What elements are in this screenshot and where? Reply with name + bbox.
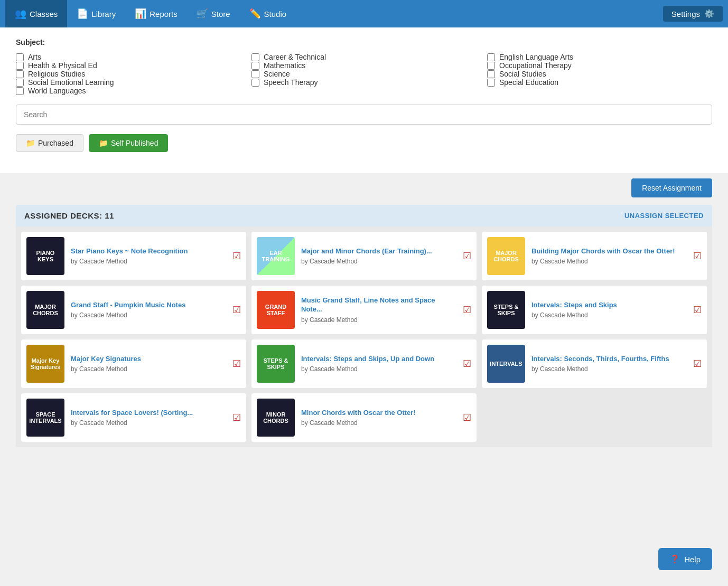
deck-grid: PIANO KEYS Star Piano Keys ~ Note Recogn… <box>16 226 712 447</box>
subject-social-emotional[interactable]: Social Emotional Learning <box>16 78 241 87</box>
deck-card[interactable]: STEPS & SKIPS Intervals: Steps and Skips… <box>482 286 707 334</box>
deck-check-icon[interactable]: ☑ <box>463 304 471 316</box>
deck-card[interactable]: MAJOR CHORDS Building Major Chords with … <box>482 232 707 280</box>
deck-card[interactable]: INTERVALS Intervals: Seconds, Thirds, Fo… <box>482 339 707 388</box>
search-input[interactable] <box>16 105 712 125</box>
subject-speech-label: Speech Therapy <box>264 78 318 87</box>
subject-math-checkbox[interactable] <box>251 62 259 70</box>
deck-info: Major and Minor Chords (Ear Training)...… <box>301 247 456 266</box>
deck-info: Major Key Signatures by Cascade Method <box>71 355 226 373</box>
deck-card[interactable]: PIANO KEYS Star Piano Keys ~ Note Recogn… <box>21 232 246 280</box>
deck-author: by Cascade Method <box>301 419 456 427</box>
subject-career-label: Career & Technical <box>264 53 326 61</box>
subject-health-checkbox[interactable] <box>16 62 24 70</box>
subject-math[interactable]: Mathematics <box>251 61 477 70</box>
deck-thumbnail: MAJOR CHORDS <box>26 291 64 329</box>
deck-title: Major and Minor Chords (Ear Training)... <box>301 247 456 256</box>
subject-religious-checkbox[interactable] <box>16 70 24 78</box>
deck-check-icon[interactable]: ☑ <box>463 412 471 423</box>
deck-title: Intervals for Space Lovers! (Sorting... <box>71 409 226 418</box>
deck-card[interactable]: SPACE INTERVALS Intervals for Space Love… <box>21 393 246 442</box>
deck-author: by Cascade Method <box>531 365 687 373</box>
subject-special-ed-label: Special Education <box>499 78 558 87</box>
subject-social-studies[interactable]: Social Studies <box>487 70 712 78</box>
nav-library[interactable]: 📄 Library <box>67 0 125 27</box>
settings-icon: ⚙️ <box>704 9 714 18</box>
deck-thumbnail: MINOR CHORDS <box>257 399 295 437</box>
subject-english-label: English Language Arts <box>499 53 573 61</box>
deck-info: Intervals: Steps and Skips, Up and Down … <box>301 355 456 373</box>
subject-religious[interactable]: Religious Studies <box>16 70 241 78</box>
deck-check-icon[interactable]: ☑ <box>693 250 702 262</box>
subject-speech[interactable]: Speech Therapy <box>251 78 477 87</box>
subject-english[interactable]: English Language Arts <box>487 53 712 61</box>
deck-thumbnail: PIANO KEYS <box>26 237 64 275</box>
subject-col-2: Career & Technical Mathematics Science S… <box>251 53 477 95</box>
subject-speech-checkbox[interactable] <box>251 79 259 87</box>
nav-studio[interactable]: ✏️ Studio <box>240 0 296 27</box>
purchased-icon: 📁 <box>26 139 35 147</box>
library-icon: 📄 <box>77 8 88 20</box>
deck-card[interactable]: Major Key Signatures Major Key Signature… <box>21 339 246 388</box>
subject-english-checkbox[interactable] <box>487 53 495 61</box>
deck-author: by Cascade Method <box>301 258 456 265</box>
deck-check-icon[interactable]: ☑ <box>463 250 471 262</box>
assigned-decks-title: ASSIGNED DECKS: 11 <box>24 211 114 220</box>
deck-thumbnail: Major Key Signatures <box>26 345 64 383</box>
tab-purchased[interactable]: 📁 Purchased <box>16 134 83 152</box>
purchased-label: Purchased <box>38 139 73 147</box>
subject-arts[interactable]: Arts <box>16 53 241 61</box>
settings-button[interactable]: Settings ⚙️ <box>663 6 723 22</box>
deck-thumbnail: STEPS & SKIPS <box>257 345 295 383</box>
subject-arts-checkbox[interactable] <box>16 53 24 61</box>
deck-check-icon[interactable]: ☑ <box>232 250 241 262</box>
nav-studio-label: Studio <box>264 10 287 18</box>
deck-check-icon[interactable]: ☑ <box>232 412 241 423</box>
deck-thumbnail: MAJOR CHORDS <box>487 237 525 275</box>
subject-ot-label: Occupational Therapy <box>499 61 572 70</box>
subject-math-label: Mathematics <box>264 61 305 70</box>
classes-icon: 👥 <box>15 8 26 20</box>
studio-icon: ✏️ <box>249 8 261 20</box>
nav-classes[interactable]: 👥 Classes <box>5 0 67 27</box>
reset-assignment-button[interactable]: Reset Assignment <box>631 178 712 197</box>
subject-science[interactable]: Science <box>251 70 477 78</box>
deck-check-icon[interactable]: ☑ <box>693 358 702 370</box>
subject-special-ed-checkbox[interactable] <box>487 79 495 87</box>
deck-title: Intervals: Seconds, Thirds, Fourths, Fif… <box>531 355 687 364</box>
subject-social-emotional-checkbox[interactable] <box>16 79 24 87</box>
deck-card[interactable]: MINOR CHORDS Minor Chords with Oscar the… <box>251 393 477 442</box>
tab-self-published[interactable]: 📁 Self Published <box>89 134 169 152</box>
subject-world-languages-checkbox[interactable] <box>16 87 24 95</box>
subject-special-ed[interactable]: Special Education <box>487 78 712 87</box>
deck-info: Star Piano Keys ~ Note Recognition by Ca… <box>71 247 226 266</box>
unassign-selected-link[interactable]: UNASSIGN SELECTED <box>624 212 704 220</box>
subject-health-label: Health & Physical Ed <box>28 61 97 70</box>
assigned-decks-header: ASSIGNED DECKS: 11 UNASSIGN SELECTED <box>16 205 712 226</box>
deck-card[interactable]: GRAND STAFF Music Grand Staff, Line Note… <box>251 286 477 334</box>
subject-social-studies-checkbox[interactable] <box>487 70 495 78</box>
subject-career[interactable]: Career & Technical <box>251 53 477 61</box>
subject-health[interactable]: Health & Physical Ed <box>16 61 241 70</box>
nav-bar: 👥 Classes 📄 Library 📊 Reports 🛒 Store ✏️… <box>0 0 728 27</box>
subject-science-checkbox[interactable] <box>251 70 259 78</box>
nav-store[interactable]: 🛒 Store <box>187 0 240 27</box>
nav-reports[interactable]: 📊 Reports <box>125 0 187 27</box>
deck-card[interactable]: MAJOR CHORDS Grand Staff - Pumpkin Music… <box>21 286 246 334</box>
deck-check-icon[interactable]: ☑ <box>463 358 471 370</box>
deck-info: Intervals: Seconds, Thirds, Fourths, Fif… <box>531 355 687 373</box>
deck-thumbnail: INTERVALS <box>487 345 525 383</box>
deck-author: by Cascade Method <box>71 311 226 319</box>
deck-check-icon[interactable]: ☑ <box>232 304 241 316</box>
subject-ot-checkbox[interactable] <box>487 62 495 70</box>
subject-ot[interactable]: Occupational Therapy <box>487 61 712 70</box>
deck-card[interactable]: EAR TRAINING Major and Minor Chords (Ear… <box>251 232 477 280</box>
deck-info: Building Major Chords with Oscar the Ott… <box>531 247 687 266</box>
deck-title: Minor Chords with Oscar the Otter! <box>301 409 456 418</box>
subject-career-checkbox[interactable] <box>251 53 259 61</box>
deck-check-icon[interactable]: ☑ <box>693 304 702 316</box>
deck-check-icon[interactable]: ☑ <box>232 358 241 370</box>
deck-thumbnail: EAR TRAINING <box>257 237 295 275</box>
subject-world-languages[interactable]: World Languages <box>16 87 241 95</box>
deck-card[interactable]: STEPS & SKIPS Intervals: Steps and Skips… <box>251 339 477 388</box>
